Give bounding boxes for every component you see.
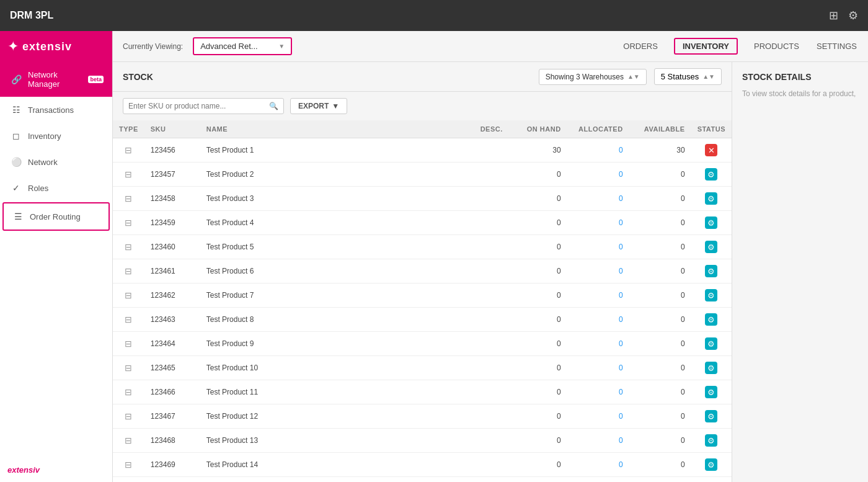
table-row: ⊟ 123469 Test Product 14 0 0 0 ⚙ [113,453,732,477]
status-icon-teal[interactable]: ⚙ [705,458,717,471]
cell-onhand: 0 [512,187,567,211]
cell-onhand: 0 [512,163,567,187]
status-select-text: 5 Statuses [661,72,699,81]
table-row: ⊟ 123468 Test Product 13 0 0 0 ⚙ [113,429,732,453]
product-box-icon: ⊟ [125,169,132,179]
status-icon-teal[interactable]: ⚙ [705,434,717,447]
status-select[interactable]: 5 Statuses ▲▼ [654,68,722,85]
status-icon-teal[interactable]: ⚙ [705,313,717,326]
status-icon-teal[interactable]: ⚙ [705,216,717,229]
status-icon-teal[interactable]: ⚙ [705,289,717,301]
allocated-link[interactable]: 0 [619,388,623,396]
allocated-link[interactable]: 0 [619,218,623,227]
tab-inventory[interactable]: INVENTORY [674,38,738,55]
cell-type: ⊟ [113,283,144,308]
network-icon: ⚪ [11,157,22,167]
cell-allocated: 0 [567,380,629,404]
cell-name: Test Product 13 [200,429,474,453]
cell-allocated: 0 [567,356,629,380]
cell-name: Test Product 10 [200,356,474,380]
cell-sku: 123462 [144,283,200,308]
allocated-link[interactable]: 0 [619,436,623,445]
allocated-link[interactable]: 0 [619,267,623,275]
sidebar-bottom: extensiv [0,458,112,482]
cell-type: ⊟ [113,163,144,187]
allocated-link[interactable]: 0 [619,291,623,300]
search-input[interactable] [128,102,265,110]
status-icon-teal[interactable]: ⚙ [705,337,717,350]
sidebar-item-network[interactable]: ⚪ Network [0,149,112,175]
grid-icon[interactable]: ⊞ [829,9,838,22]
cell-sku: 123470 [144,477,200,483]
currently-viewing-label: Currently Viewing: [123,42,183,51]
cell-sku: 123469 [144,453,200,477]
cell-available: 0 [629,259,691,283]
cell-onhand: 0 [512,404,567,429]
allocated-link[interactable]: 0 [619,412,623,421]
logo-icon: ✦ [7,38,19,55]
status-icon-teal[interactable]: ⚙ [705,265,717,277]
allocated-link[interactable]: 0 [619,146,623,154]
tab-settings[interactable]: SETTINGS [815,39,858,53]
cell-status: ⚙ [691,477,732,483]
warehouse-select[interactable]: Showing 3 Warehouses ▲▼ [539,69,647,85]
cell-status: ⚙ [691,283,732,308]
allocated-link[interactable]: 0 [619,364,623,372]
cell-sku: 123456 [144,138,200,163]
cell-available: 30 [629,138,691,163]
tab-products[interactable]: PRODUCTS [753,39,800,53]
sidebar-item-network-manager[interactable]: 🔗 Network Manager beta [0,62,112,97]
cell-allocated: 0 [567,308,629,332]
export-label: EXPORT [298,102,329,110]
cell-available: 0 [629,404,691,429]
status-icon-teal[interactable]: ⚙ [705,386,717,398]
status-icon-teal[interactable]: ⚙ [705,168,717,181]
cell-available: 0 [629,380,691,404]
cell-available: 0 [629,429,691,453]
sub-header: Currently Viewing: Advanced Ret... ▼ ORD… [113,31,868,62]
roles-icon: ✓ [11,183,22,193]
status-icon-teal[interactable]: ⚙ [705,410,717,422]
export-button[interactable]: EXPORT ▼ [290,98,347,114]
product-box-icon: ⊟ [125,290,132,300]
allocated-link[interactable]: 0 [619,315,623,324]
product-box-icon: ⊟ [125,339,132,349]
cell-type: ⊟ [113,138,144,163]
product-box-icon: ⊟ [125,194,132,203]
cell-type: ⊟ [113,187,144,211]
product-box-icon: ⊟ [125,460,132,470]
sidebar-item-roles[interactable]: ✓ Roles [0,175,112,201]
product-box-icon: ⊟ [125,411,132,421]
col-type: TYPE [113,120,144,138]
allocated-link[interactable]: 0 [619,339,623,348]
table-row: ⊟ 123466 Test Product 11 0 0 0 ⚙ [113,380,732,404]
tab-orders[interactable]: ORDERS [622,39,659,53]
sidebar-item-inventory[interactable]: ◻ Inventory [0,123,112,149]
product-box-icon: ⊟ [125,315,132,324]
cell-name: Test Product 12 [200,404,474,429]
status-icon-teal[interactable]: ⚙ [705,192,717,205]
sidebar: ✦ extensiv 🔗 Network Manager beta ☷ Tran… [0,31,113,482]
allocated-link[interactable]: 0 [619,170,623,179]
cell-onhand: 0 [512,235,567,259]
network-manager-icon: 🔗 [11,74,22,84]
cell-name: Test Product 5 [200,235,474,259]
cell-desc [474,453,512,477]
allocated-link[interactable]: 0 [619,194,623,203]
viewing-dropdown[interactable]: Advanced Ret... ▼ [193,37,292,55]
allocated-link[interactable]: 0 [619,243,623,251]
status-icon-red[interactable]: ✕ [705,144,717,156]
stock-table-wrap: TYPE SKU NAME DESC. ON HAND ALLOCATED AV… [113,120,732,482]
stock-details-title: STOCK DETAILS [742,72,858,82]
cell-status: ⚙ [691,332,732,356]
sidebar-item-order-routing[interactable]: ☰ Order Routing [2,202,110,231]
cell-type: ⊟ [113,404,144,429]
status-icon-teal[interactable]: ⚙ [705,241,717,253]
cell-desc [474,356,512,380]
table-row: ⊟ 123461 Test Product 6 0 0 0 ⚙ [113,259,732,283]
allocated-link[interactable]: 0 [619,460,623,469]
sidebar-item-transactions[interactable]: ☷ Transactions [0,97,112,123]
cell-allocated: 0 [567,187,629,211]
settings-icon[interactable]: ⚙ [848,9,858,22]
status-icon-teal[interactable]: ⚙ [705,362,717,374]
